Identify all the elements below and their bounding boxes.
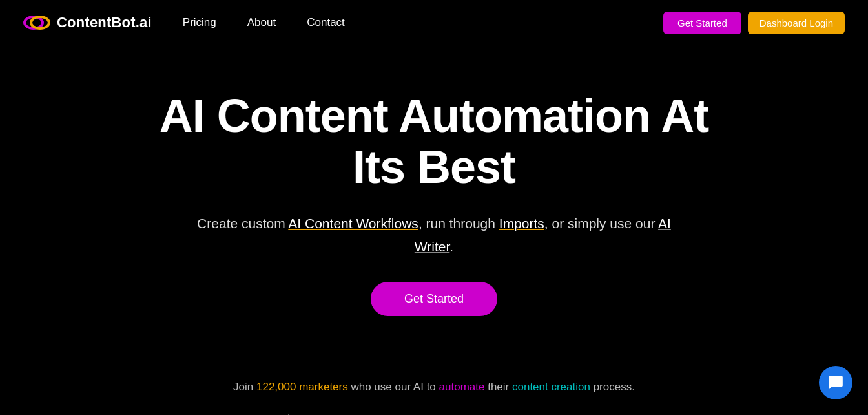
trust-text-middle2: their xyxy=(484,381,512,393)
get-started-hero-button[interactable]: Get Started xyxy=(371,282,497,316)
nav-item-pricing[interactable]: Pricing xyxy=(183,16,216,29)
trust-text-end: process. xyxy=(590,381,635,393)
dashboard-login-button[interactable]: Dashboard Login xyxy=(748,12,845,34)
subtitle-text-before: Create custom xyxy=(197,216,288,231)
nav-item-contact[interactable]: Contact xyxy=(307,16,345,29)
nav-left: ContentBot.ai Pricing About Contact xyxy=(23,9,345,36)
nav-item-about[interactable]: About xyxy=(247,16,276,29)
subtitle-text-end: . xyxy=(450,239,453,254)
nav-right: Get Started Dashboard Login xyxy=(663,12,845,34)
hero-link-imports[interactable]: Imports xyxy=(499,216,544,231)
logo-icon xyxy=(23,9,50,36)
hero-link-workflows[interactable]: AI Content Workflows xyxy=(288,216,418,231)
nav-link-pricing[interactable]: Pricing xyxy=(183,16,216,28)
hero-section: AI Content Automation At Its Best Create… xyxy=(0,45,868,342)
trust-section: Join 122,000 marketers who use our AI to… xyxy=(0,381,868,394)
trust-text-middle1: who use our AI to xyxy=(348,381,439,393)
subtitle-text-middle2: , or simply use our xyxy=(544,216,658,231)
subtitle-text-middle1: , run through xyxy=(418,216,499,231)
trust-text-before: Join xyxy=(233,381,256,393)
nav-link-contact[interactable]: Contact xyxy=(307,16,345,28)
navbar: ContentBot.ai Pricing About Contact Get … xyxy=(0,0,868,45)
logo-text: ContentBot.ai xyxy=(57,14,152,31)
nav-link-about[interactable]: About xyxy=(247,16,276,28)
logo[interactable]: ContentBot.ai xyxy=(23,9,152,36)
get-started-nav-button[interactable]: Get Started xyxy=(663,12,741,34)
hero-title: AI Content Automation At Its Best xyxy=(143,90,725,193)
trust-highlight-creation: content creation xyxy=(512,381,590,393)
hero-subtitle: Create custom AI Content Workflows, run … xyxy=(182,212,686,258)
trust-highlight-automate: automate xyxy=(439,381,485,393)
chat-icon xyxy=(827,374,844,391)
trust-highlight-count: 122,000 marketers xyxy=(256,381,348,393)
chat-bubble-button[interactable] xyxy=(819,366,852,399)
nav-links: Pricing About Contact xyxy=(183,16,345,29)
